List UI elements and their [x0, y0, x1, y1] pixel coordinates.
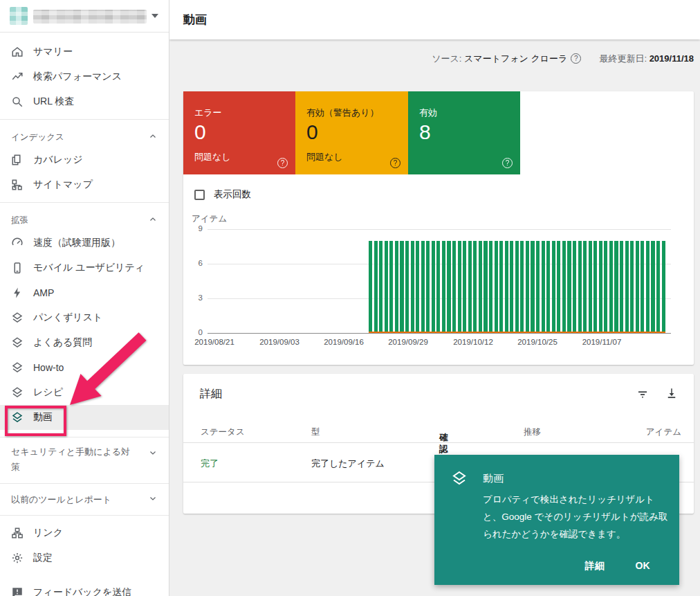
- tooltip-title: 動画: [483, 472, 504, 485]
- sidebar-item-url-inspection[interactable]: URL 検査: [0, 89, 169, 114]
- x-tick: 2019/09/03: [259, 338, 300, 346]
- x-tick: 2019/11/07: [582, 338, 622, 346]
- bar: [452, 241, 456, 333]
- section-title: インデックス: [11, 132, 64, 143]
- sidebar-item-recipes[interactable]: レシピ: [0, 380, 169, 405]
- bar: [583, 241, 587, 333]
- sidebar-item-label: How-to: [33, 362, 64, 373]
- details-title: 詳細: [200, 387, 222, 401]
- rich-result-layers-icon: [11, 361, 24, 374]
- sidebar-item-videos[interactable]: 動画: [0, 405, 169, 430]
- last-updated-label: 最終更新日:: [599, 53, 647, 65]
- ok-button[interactable]: OK: [635, 560, 650, 572]
- sidebar-item-sitemaps[interactable]: サイトマップ: [0, 172, 169, 197]
- download-icon[interactable]: [665, 387, 678, 402]
- page-title: 動画: [183, 12, 207, 28]
- property-favicon: [10, 7, 28, 25]
- help-icon[interactable]: ?: [277, 158, 288, 168]
- error-status-tile[interactable]: エラー 0 問題なし ?: [183, 91, 295, 174]
- bar: [636, 241, 639, 333]
- sidebar-item-label: 速度（試験運用版）: [33, 237, 120, 249]
- row-type-value: 完了したアイテム: [311, 458, 385, 470]
- bar: [531, 241, 534, 333]
- section-header-enhancements[interactable]: 拡張: [0, 210, 169, 231]
- bar: [620, 241, 623, 333]
- bar: [609, 241, 613, 333]
- bar: [395, 241, 398, 333]
- sidebar: サマリー 検索パフォーマンス URL 検査 インデックス カバレ: [0, 0, 169, 596]
- chevron-down-icon: [149, 449, 157, 459]
- last-updated-value: 2019/11/18: [650, 53, 694, 64]
- bar: [489, 241, 492, 333]
- bar: [578, 241, 582, 333]
- sidebar-item-breadcrumbs[interactable]: パンくずリスト: [0, 305, 169, 330]
- help-icon[interactable]: ?: [390, 158, 400, 168]
- tile-value: 0: [306, 120, 318, 144]
- x-axis-line: [208, 333, 671, 334]
- tile-label: エラー: [194, 107, 222, 119]
- impressions-toggle[interactable]: 表示回数: [194, 182, 251, 207]
- bar: [426, 241, 430, 333]
- column-header-type[interactable]: 型: [311, 426, 320, 438]
- help-icon[interactable]: ?: [502, 158, 513, 168]
- bar: [625, 241, 629, 333]
- valid-status-tile[interactable]: 有効 8 ?: [408, 91, 520, 174]
- search-icon: [11, 96, 24, 108]
- section-header-index[interactable]: インデックス: [0, 127, 169, 147]
- bar: [630, 241, 634, 333]
- gridline: [208, 229, 671, 230]
- property-selector[interactable]: [0, 0, 169, 33]
- sidebar-item-coverage[interactable]: カバレッジ: [0, 147, 169, 172]
- sidebar-item-speed[interactable]: 速度（試験運用版）: [0, 231, 169, 255]
- bar: [593, 241, 597, 333]
- column-header-status[interactable]: ステータス: [201, 426, 245, 438]
- sidebar-item-faq[interactable]: よくある質問: [0, 330, 169, 355]
- sidebar-item-send-feedback[interactable]: フィードバックを送信: [0, 580, 169, 596]
- coverage-pages-icon: [11, 154, 24, 166]
- sort-descending-icon: ↓: [442, 432, 446, 442]
- sidebar-item-howto[interactable]: How-to: [0, 355, 169, 380]
- section-header-security-manual-actions[interactable]: セキュリティと手動による対策: [0, 437, 169, 483]
- x-tick: 2019/10/12: [453, 338, 493, 346]
- bar: [651, 241, 654, 333]
- source-label: ソース:: [432, 53, 461, 65]
- bar: [604, 241, 607, 333]
- bar: [436, 241, 440, 333]
- links-tree-icon: [11, 527, 24, 539]
- y-tick: 9: [183, 224, 203, 233]
- checkbox-unchecked[interactable]: [194, 190, 205, 200]
- sidebar-item-label: URL 検査: [33, 96, 74, 108]
- sidebar-item-search-performance[interactable]: 検索パフォーマンス: [0, 64, 169, 89]
- sidebar-item-amp[interactable]: AMP: [0, 280, 169, 305]
- sidebar-item-label: リンク: [33, 527, 63, 539]
- gear-icon: [11, 552, 24, 564]
- column-header-trend[interactable]: 推移: [524, 426, 541, 438]
- table-header-row: ステータス 型 確認↓ 推移 アイテム: [183, 421, 694, 443]
- home-icon: [11, 46, 24, 58]
- spacer: [0, 114, 169, 119]
- warning-status-tile[interactable]: 有効（警告あり） 0 問題なし ?: [295, 91, 408, 174]
- sidebar-item-summary[interactable]: サマリー: [0, 39, 169, 64]
- property-name-blurred: [33, 10, 147, 24]
- bar: [520, 241, 524, 333]
- bar: [567, 241, 571, 333]
- sidebar-item-links[interactable]: リンク: [0, 521, 169, 545]
- divider: [0, 119, 169, 120]
- help-icon[interactable]: ?: [571, 53, 581, 64]
- sidebar-item-label: 設定: [33, 552, 53, 564]
- chevron-down-icon: [149, 494, 157, 505]
- bar: [599, 241, 602, 333]
- bar: [421, 241, 425, 333]
- bar: [432, 241, 435, 333]
- sidebar-item-settings[interactable]: 設定: [0, 545, 169, 570]
- sidebar-item-mobile-usability[interactable]: モバイル ユーザビリティ: [0, 255, 169, 280]
- detail-button[interactable]: 詳細: [585, 560, 605, 572]
- sidebar-item-label: サイトマップ: [33, 179, 93, 191]
- section-header-legacy-tools[interactable]: 以前のツールとレポート: [0, 484, 169, 515]
- filter-icon[interactable]: [636, 388, 649, 404]
- column-header-items[interactable]: アイテム: [646, 426, 681, 438]
- section-title: セキュリティと手動による対策: [11, 444, 133, 475]
- bar: [546, 241, 550, 333]
- bar: [589, 241, 592, 333]
- tile-value: 0: [194, 120, 206, 144]
